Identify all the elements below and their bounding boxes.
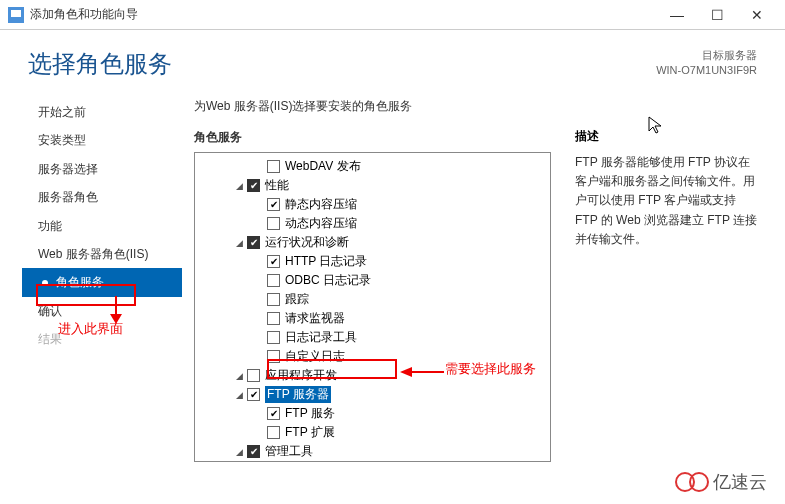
checkbox[interactable] xyxy=(267,407,280,420)
checkbox[interactable] xyxy=(247,179,260,192)
checkbox[interactable] xyxy=(267,312,280,325)
tree-node-label[interactable]: 静态内容压缩 xyxy=(285,196,357,213)
collapse-icon[interactable]: ◢ xyxy=(233,237,245,249)
checkbox[interactable] xyxy=(247,388,260,401)
maximize-button[interactable]: ☐ xyxy=(697,1,737,29)
window-title: 添加角色和功能向导 xyxy=(30,6,657,23)
checkbox[interactable] xyxy=(267,331,280,344)
target-value: WIN-O7M1UN3IF9R xyxy=(656,63,757,78)
tree-node-label[interactable]: ODBC 日志记录 xyxy=(285,272,371,289)
close-button[interactable]: ✕ xyxy=(737,1,777,29)
collapse-icon[interactable]: ◢ xyxy=(233,389,245,401)
tree-node-label[interactable]: HTTP 日志记录 xyxy=(285,253,367,270)
collapse-icon[interactable]: ◢ xyxy=(233,446,245,458)
watermark-logo-icon xyxy=(675,472,709,492)
sidebar-item-features[interactable]: 功能 xyxy=(22,212,182,240)
tree-row[interactable]: ◢管理工具 xyxy=(195,442,550,461)
sidebar-item-results: 结果 xyxy=(22,325,182,353)
description-text: FTP 服务器能够使用 FTP 协议在客户端和服务器之间传输文件。用户可以使用 … xyxy=(575,153,761,249)
tree-row[interactable]: ▷自定义日志 xyxy=(195,347,550,366)
window-controls: — ☐ ✕ xyxy=(657,1,777,29)
tree-node-label[interactable]: 性能 xyxy=(265,177,289,194)
tree-row[interactable]: ▷FTP 扩展 xyxy=(195,423,550,442)
sidebar-item-server-roles[interactable]: 服务器角色 xyxy=(22,183,182,211)
tree-node-label[interactable]: 日志记录工具 xyxy=(285,329,357,346)
checkbox[interactable] xyxy=(247,369,260,382)
role-services-tree[interactable]: ▷WebDAV 发布◢性能▷静态内容压缩▷动态内容压缩◢运行状况和诊断▷HTTP… xyxy=(194,152,551,462)
checkbox[interactable] xyxy=(267,274,280,287)
tree-node-label[interactable]: 运行状况和诊断 xyxy=(265,234,349,251)
tree-node-label[interactable]: 应用程序开发 xyxy=(265,367,337,384)
description-title: 描述 xyxy=(575,128,761,145)
tree-row[interactable]: ▷ODBC 日志记录 xyxy=(195,271,550,290)
checkbox[interactable] xyxy=(267,350,280,363)
sidebar-item-server-select[interactable]: 服务器选择 xyxy=(22,155,182,183)
checkbox[interactable] xyxy=(247,236,260,249)
checkbox[interactable] xyxy=(267,160,280,173)
sidebar-item-install-type[interactable]: 安装类型 xyxy=(22,126,182,154)
tree-row[interactable]: ◢运行状况和诊断 xyxy=(195,233,550,252)
app-icon xyxy=(8,7,24,23)
sidebar-item-before[interactable]: 开始之前 xyxy=(22,98,182,126)
intro-text: 为Web 服务器(IIS)选择要安装的角色服务 xyxy=(194,90,551,129)
tree-row[interactable]: ▷HTTP 日志记录 xyxy=(195,252,550,271)
titlebar: 添加角色和功能向导 — ☐ ✕ xyxy=(0,0,785,30)
target-server-info: 目标服务器 WIN-O7M1UN3IF9R xyxy=(656,48,757,79)
tree-node-label[interactable]: FTP 服务 xyxy=(285,405,335,422)
tree-row[interactable]: ◢FTP 服务器 xyxy=(195,385,550,404)
checkbox[interactable] xyxy=(267,198,280,211)
collapse-icon[interactable]: ◢ xyxy=(233,180,245,192)
tree-node-label[interactable]: FTP 服务器 xyxy=(265,386,331,403)
checkbox[interactable] xyxy=(267,255,280,268)
tree-node-label[interactable]: FTP 扩展 xyxy=(285,424,335,441)
tree-node-label[interactable]: WebDAV 发布 xyxy=(285,158,361,175)
tree-node-label[interactable]: 动态内容压缩 xyxy=(285,215,357,232)
sidebar-item-confirm[interactable]: 确认 xyxy=(22,297,182,325)
main-panel: 为Web 服务器(IIS)选择要安装的角色服务 角色服务 ▷WebDAV 发布◢… xyxy=(182,90,563,484)
sidebar-item-web-iis[interactable]: Web 服务器角色(IIS) xyxy=(22,240,182,268)
tree-row[interactable]: ▷静态内容压缩 xyxy=(195,195,550,214)
sidebar-item-role-services[interactable]: 角色服务 xyxy=(22,268,182,296)
checkbox[interactable] xyxy=(267,293,280,306)
collapse-icon[interactable]: ◢ xyxy=(233,370,245,382)
watermark: 亿速云 xyxy=(675,470,767,494)
description-panel: 描述 FTP 服务器能够使用 FTP 协议在客户端和服务器之间传输文件。用户可以… xyxy=(563,90,763,484)
tree-row[interactable]: ▷WebDAV 发布 xyxy=(195,157,550,176)
checkbox[interactable] xyxy=(247,445,260,458)
tree-node-label[interactable]: 管理工具 xyxy=(265,443,313,460)
tree-row[interactable]: ▷请求监视器 xyxy=(195,309,550,328)
wizard-steps-sidebar: 开始之前 安装类型 服务器选择 服务器角色 功能 Web 服务器角色(IIS) … xyxy=(22,90,182,484)
target-label: 目标服务器 xyxy=(656,48,757,63)
wizard-header: 选择角色服务 目标服务器 WIN-O7M1UN3IF9R xyxy=(0,30,785,90)
tree-row[interactable]: ▷FTP 服务 xyxy=(195,404,550,423)
page-title: 选择角色服务 xyxy=(28,48,172,80)
watermark-text: 亿速云 xyxy=(713,470,767,494)
cursor-icon xyxy=(648,116,664,140)
checkbox[interactable] xyxy=(267,426,280,439)
tree-node-label[interactable]: 请求监视器 xyxy=(285,310,345,327)
minimize-button[interactable]: — xyxy=(657,1,697,29)
checkbox[interactable] xyxy=(267,217,280,230)
tree-row[interactable]: ◢应用程序开发 xyxy=(195,366,550,385)
content-area: 开始之前 安装类型 服务器选择 服务器角色 功能 Web 服务器角色(IIS) … xyxy=(0,90,785,484)
tree-label: 角色服务 xyxy=(194,129,551,146)
tree-row[interactable]: ▷跟踪 xyxy=(195,290,550,309)
tree-node-label[interactable]: 跟踪 xyxy=(285,291,309,308)
tree-row[interactable]: ▷IIS 管理控制台 xyxy=(195,461,550,462)
tree-row[interactable]: ▷动态内容压缩 xyxy=(195,214,550,233)
tree-node-label[interactable]: 自定义日志 xyxy=(285,348,345,365)
tree-row[interactable]: ▷日志记录工具 xyxy=(195,328,550,347)
tree-row[interactable]: ◢性能 xyxy=(195,176,550,195)
